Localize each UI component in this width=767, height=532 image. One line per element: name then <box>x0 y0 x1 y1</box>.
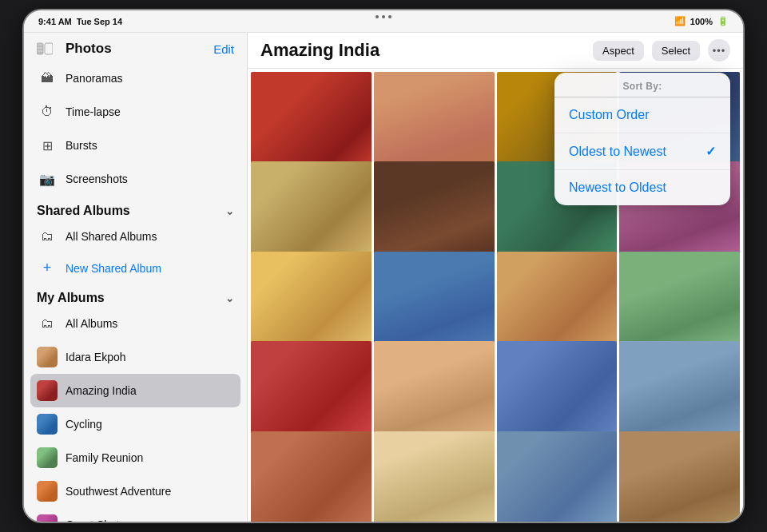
sidebar-item-new-shared[interactable]: + New Shared Album <box>24 253 247 283</box>
wifi-icon: 📶 <box>674 16 686 26</box>
dot3 <box>388 15 391 18</box>
screenshots-icon: 📷 <box>37 169 58 189</box>
shared-albums-section-header[interactable]: Shared Albums ⌄ <box>24 196 247 220</box>
timelapse-icon: ⏱ <box>37 101 58 122</box>
oldest-check: ✓ <box>705 144 716 159</box>
main-content: Photos Edit 🏔 Panoramas ⏱ Time-lapse ⊞ B… <box>24 33 743 522</box>
sort-option-custom[interactable]: Custom Order ✓ <box>554 97 730 133</box>
new-shared-plus-icon: + <box>37 260 58 276</box>
sidebar: Photos Edit 🏔 Panoramas ⏱ Time-lapse ⊞ B… <box>24 33 248 522</box>
sidebar-item-timelapse[interactable]: ⏱ Time-lapse <box>24 95 247 129</box>
sidebar-item-idara[interactable]: Idara Ekpoh <box>24 340 247 374</box>
status-left: 9:41 AM Tue Sep 14 <box>38 17 122 26</box>
battery-icon: 🔋 <box>717 16 729 26</box>
amazing-thumb <box>37 380 58 401</box>
all-shared-icon: 🗂 <box>37 226 58 247</box>
sidebar-item-southwest[interactable]: Southwest Adventure <box>24 474 247 508</box>
aspect-button[interactable]: Aspect <box>593 41 644 61</box>
sidebar-item-family-reunion[interactable]: Family Reunion <box>24 441 247 474</box>
bursts-icon: ⊞ <box>37 135 58 156</box>
content-area: Amazing India Aspect Select ••• <box>248 33 743 522</box>
family-thumb <box>37 447 58 468</box>
panoramas-icon: 🏔 <box>37 68 58 89</box>
sidebar-item-screenshots[interactable]: 📷 Screenshots <box>24 162 247 196</box>
more-button[interactable]: ••• <box>708 39 730 62</box>
sidebar-item-great-shots[interactable]: Great Shots <box>24 508 247 522</box>
sidebar-header: Photos Edit <box>24 33 247 62</box>
content-header: Amazing India Aspect Select ••• <box>248 33 743 69</box>
shared-albums-chevron: ⌄ <box>225 205 234 217</box>
sidebar-item-all-albums[interactable]: 🗂 All Albums <box>24 307 247 340</box>
content-title: Amazing India <box>260 40 585 61</box>
sidebar-item-amazing-india[interactable]: Amazing India <box>30 374 240 407</box>
my-albums-chevron: ⌄ <box>225 292 234 304</box>
more-icon: ••• <box>713 45 726 57</box>
sort-dropdown: Sort By: Custom Order ✓ Oldest to Newest… <box>554 73 730 205</box>
sidebar-edit-button[interactable]: Edit <box>213 42 234 56</box>
photo-cell[interactable] <box>619 431 740 522</box>
status-time: 9:41 AM <box>38 17 72 26</box>
dot2 <box>382 15 385 18</box>
shared-albums-title: Shared Albums <box>37 204 130 218</box>
sidebar-item-panoramas[interactable]: 🏔 Panoramas <box>24 62 247 95</box>
sidebar-item-cycling[interactable]: Cycling <box>24 407 247 441</box>
my-albums-section-header[interactable]: My Albums ⌄ <box>24 283 247 307</box>
southwest-thumb <box>37 481 58 502</box>
my-albums-title: My Albums <box>37 291 105 305</box>
status-center-dots <box>376 15 391 18</box>
battery-text: 100% <box>690 17 713 26</box>
status-right: 📶 100% 🔋 <box>674 16 729 26</box>
sidebar-item-bursts[interactable]: ⊞ Bursts <box>24 129 247 162</box>
all-albums-icon: 🗂 <box>37 313 58 334</box>
photo-cell[interactable] <box>497 431 618 522</box>
status-bar: 9:41 AM Tue Sep 14 📶 100% 🔋 <box>24 10 743 33</box>
sort-option-oldest[interactable]: Oldest to Newest ✓ <box>554 133 730 170</box>
sidebar-title: Photos <box>66 41 112 57</box>
great-shots-thumb <box>37 514 58 522</box>
sort-option-newest[interactable]: Newest to Oldest ✓ <box>554 170 730 205</box>
sidebar-toggle-icon[interactable] <box>37 41 59 57</box>
sidebar-item-all-shared[interactable]: 🗂 All Shared Albums <box>24 220 247 253</box>
ipad-device: 9:41 AM Tue Sep 14 📶 100% 🔋 <box>24 10 743 522</box>
sort-by-label: Sort By: <box>554 73 730 97</box>
photo-cell[interactable] <box>374 431 495 522</box>
status-date: Tue Sep 14 <box>77 17 122 26</box>
select-button[interactable]: Select <box>652 41 700 61</box>
idara-thumb <box>37 347 58 367</box>
svg-rect-1 <box>45 43 53 54</box>
photo-cell[interactable] <box>251 431 372 522</box>
cycling-thumb <box>37 414 58 435</box>
dot1 <box>376 15 379 18</box>
